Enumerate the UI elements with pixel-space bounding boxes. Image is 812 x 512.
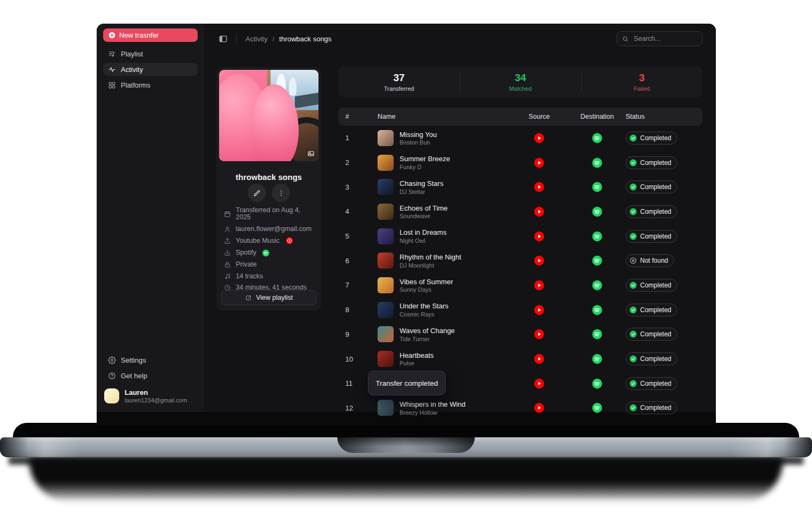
transfer-tooltip: Transfer completed [368,371,446,395]
album-art [378,351,394,367]
spotify-icon [569,133,626,143]
playlist-icon [108,50,116,58]
track-title: Summer Breeze [400,155,450,163]
album-art [378,253,394,269]
stat-matched: 34Matched [460,67,581,97]
sidebar-toggle-button[interactable] [219,34,228,44]
topbar-divider [236,33,237,44]
status-badge: Completed [626,132,677,145]
table-row[interactable]: 6Rhythm of the NightDJ MoonlightNot foun… [338,248,702,273]
check-circle-icon [629,330,637,338]
youtube-icon [510,206,569,217]
album-art [378,326,394,342]
youtube-icon [286,237,293,244]
track-artist: Pulse [400,360,434,366]
table-row[interactable]: 10HeartbeatsPulseCompleted [338,347,702,371]
table-row[interactable]: 9Waves of ChangeTide TurnerCompleted [338,322,702,347]
check-circle-icon [629,134,637,142]
column-header-name: Name [378,113,510,120]
spotify-icon [569,255,626,266]
playlist-detail-row: Youtube Music [224,237,317,244]
playlist-details: Transferred on Aug 4, 2025lauren.flower@… [224,207,317,291]
table-row[interactable]: 1Missing YouBoston BunCompleted [338,126,702,150]
status-badge: Completed [626,328,677,341]
track-number: 8 [338,306,378,314]
detail-text: lauren.flower@gmail.com [236,226,311,233]
table-row[interactable]: 12Whispers in the WindBreezy HollowCompl… [338,396,702,421]
status-text: Completed [640,159,671,167]
status-badge: Completed [626,279,677,292]
sidebar-item-settings[interactable]: Settings [103,354,198,366]
column-header-destination: Destination [581,113,614,120]
status-badge: Completed [626,352,677,365]
track-artist: Soundwave [400,213,448,219]
status-badge: Completed [626,377,677,390]
album-art [378,228,394,244]
spotify-icon [569,231,626,242]
table-row[interactable]: 3Chasing StarsDJ StellarCompleted [338,175,702,199]
new-transfer-button[interactable]: New trasnfer [103,28,198,42]
spotify-icon [569,402,626,413]
table-row[interactable]: 7Vibes of SummerSunny DaysCompleted [338,273,702,298]
edit-button[interactable] [248,184,266,202]
stat-label: Transferred [384,85,414,92]
sidebar: New trasnfer PlaylistActivityPlatforms S… [97,24,204,412]
album-art [378,204,394,220]
track-number: 7 [338,281,378,289]
playlist-detail-row: Transferred on Aug 4, 2025 [224,207,317,221]
table-row[interactable]: 2Summer BreezeFunky DCompleted [338,150,702,175]
search-box[interactable] [617,31,702,46]
photo-icon[interactable] [307,150,315,157]
status-text: Completed [640,134,671,142]
sidebar-item-playlist[interactable]: Playlist [103,47,198,60]
track-number: 4 [338,207,378,215]
sidebar-spacer [97,91,204,354]
check-circle-icon [629,233,637,240]
status-text: Completed [640,355,671,363]
sidebar-item-get-help[interactable]: Get help [103,369,198,382]
playlist-detail-row: 14 tracks [224,273,317,280]
search-input[interactable] [633,34,697,43]
status-text: Not found [640,257,668,264]
ellipsis-icon [277,189,285,197]
spotify-icon [569,280,626,291]
album-art [378,277,394,293]
track-artist: DJ Moonlight [400,262,461,269]
topbar: Activity / throwback songs [204,24,716,54]
stat-transferred: 37Transferred [338,67,460,97]
user-profile[interactable]: Lauren lauren1234@gmail.com [97,382,204,412]
app-window: New trasnfer PlaylistActivityPlatforms S… [97,24,716,412]
download-icon [224,249,231,256]
status-badge: Completed [626,156,677,169]
view-playlist-button[interactable]: View playlist [221,290,316,305]
column-header-status: Status [626,113,702,120]
playlist-detail-card: throwback songs Transferred on Aug 4, 20… [216,67,321,311]
gear-icon [108,356,116,364]
track-number: 3 [338,183,378,191]
table-row[interactable]: 5Lost in DreamsNight OwlCompleted [338,224,702,249]
more-button[interactable] [272,184,290,202]
youtube-icon [510,305,569,315]
spotify-icon [569,305,626,315]
sidebar-item-label: Settings [121,356,146,364]
sidebar-item-platforms[interactable]: Platforms [103,78,198,91]
youtube-icon [510,133,569,143]
playlist-cover-image [219,70,318,161]
track-number: 10 [338,355,378,363]
check-circle-icon [629,208,637,215]
stat-label: Failed [634,85,650,92]
detail-text: Youtube Music [236,237,280,244]
table-row[interactable]: 4Echoes of TimeSoundwaveCompleted [338,199,702,224]
table-row[interactable]: 8Under the StarsCosmic RaysCompleted [338,298,702,322]
sidebar-item-label: Platforms [121,81,150,89]
sidebar-nav: PlaylistActivityPlatforms [103,47,198,91]
plus-circle-icon [108,32,115,39]
sidebar-item-label: Playlist [121,50,143,58]
status-badge: Completed [626,205,677,218]
status-text: Completed [640,233,671,240]
table-header: #NameSourceDestinationStatus [338,107,702,126]
track-title: Waves of Change [400,327,455,335]
track-artist: Night Owl [400,237,446,244]
breadcrumb-section[interactable]: Activity [245,35,267,43]
sidebar-item-activity[interactable]: Activity [103,63,198,76]
